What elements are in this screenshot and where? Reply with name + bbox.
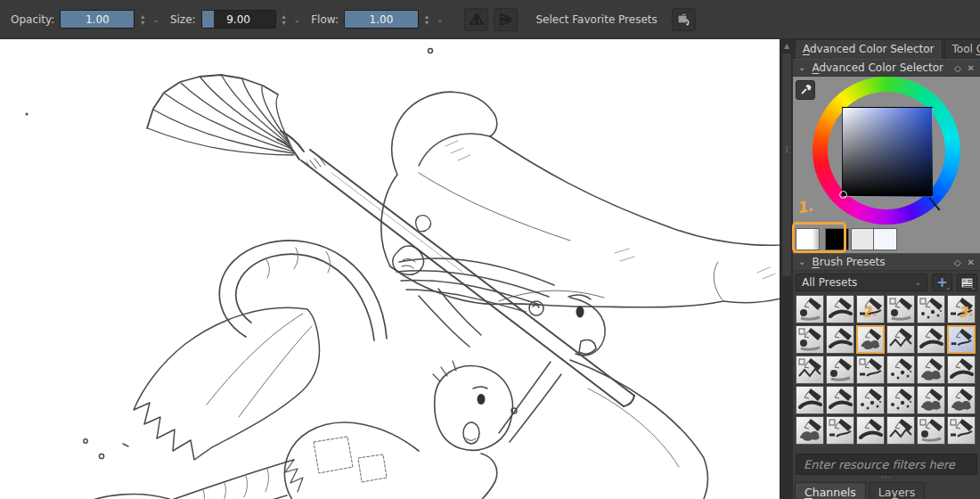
brush-preset-thumbnail[interactable] <box>826 356 854 384</box>
mirror-vertical-icon <box>498 12 514 27</box>
recent-color-swatch[interactable] <box>851 228 875 250</box>
brush-preset-thumbnail[interactable] <box>796 356 824 384</box>
brush-preset-thumbnail[interactable] <box>796 416 824 445</box>
size-label: Size: <box>170 13 196 26</box>
brush-preset-thumbnail[interactable] <box>886 356 915 384</box>
brush-preset-thumbnail[interactable] <box>856 416 885 445</box>
brush-preset-thumbnail[interactable] <box>856 386 885 414</box>
tab-channels[interactable]: Channels <box>795 482 866 499</box>
brush-preset-thumbnail[interactable] <box>917 325 945 354</box>
brush-grid-wrap: 2. 3. <box>793 293 980 446</box>
brush-preset-thumbnail[interactable] <box>826 386 854 414</box>
chevron-down-icon: ⌄ <box>945 284 951 291</box>
advanced-color-selector[interactable]: 1. <box>793 77 980 225</box>
float-docker-icon[interactable]: ◇ <box>954 258 961 267</box>
annotation-highlight-box-1 <box>792 222 846 253</box>
witch-sketch-drawing <box>0 39 780 499</box>
saturation-value-square[interactable] <box>842 107 933 197</box>
close-docker-icon[interactable]: ✕ <box>968 258 975 267</box>
opacity-label: Opacity: <box>11 13 54 26</box>
flow-label: Flow: <box>311 13 339 26</box>
size-slider[interactable]: 9.00 <box>201 10 276 29</box>
brush-preset-thumbnail[interactable] <box>947 386 976 414</box>
wrench-icon <box>799 84 812 96</box>
brush-preset-thumbnail[interactable] <box>886 325 915 354</box>
close-docker-icon[interactable]: ✕ <box>968 63 975 73</box>
mirror-vertical-button[interactable] <box>494 8 518 31</box>
color-docker-title: Advanced Color Selector <box>812 61 948 74</box>
brush-preset-thumbnail[interactable] <box>886 416 915 445</box>
right-dock-panel: Advanced Color Selector Tool Options ⌄ A… <box>793 39 980 499</box>
opacity-value: 1.00 <box>61 11 134 28</box>
add-tag-button[interactable]: + ⌄ <box>932 274 952 291</box>
collapse-icon[interactable]: ⌄ <box>798 258 805 266</box>
tab-layers[interactable]: Layers <box>869 482 925 499</box>
float-docker-icon[interactable]: ◇ <box>954 63 961 73</box>
annotation-2: 2. <box>862 303 878 321</box>
collapse-icon[interactable]: ⌄ <box>798 63 805 72</box>
flow-slider[interactable]: 1.00 <box>344 10 419 29</box>
brush-preset-thumbnail[interactable] <box>947 416 976 445</box>
size-spinner[interactable]: ▴▾ <box>282 13 287 26</box>
mirror-horizontal-button[interactable] <box>464 8 488 31</box>
sv-cursor[interactable] <box>839 191 847 199</box>
opacity-spinner[interactable]: ▴▾ <box>140 13 145 26</box>
brush-docker-title: Brush Presets <box>812 256 948 268</box>
brush-grid <box>796 295 976 445</box>
canvas[interactable] <box>0 39 780 499</box>
brush-preset-thumbnail[interactable] <box>796 325 824 354</box>
brush-preset-thumbnail[interactable] <box>886 386 915 414</box>
top-toolbar: Opacity: 1.00 ▴▾ ⌄ Size: 9.00 ▴▾ ⌄ Flow:… <box>0 0 980 39</box>
tag-combobox-value: All Presets <box>802 276 914 289</box>
brush-preset-thumbnail[interactable] <box>856 356 885 384</box>
brush-preset-thumbnail[interactable] <box>917 386 945 414</box>
flow-value: 1.00 <box>345 11 418 28</box>
brush-preset-thumbnail[interactable] <box>917 416 945 445</box>
brush-controls-row: All Presets ⌄ + ⌄ ⌄ <box>793 271 980 293</box>
preset-tag-combobox[interactable]: All Presets ⌄ <box>796 274 927 291</box>
annotation-3: 3. <box>958 303 974 321</box>
size-value: 9.00 <box>202 11 275 28</box>
scroll-up-icon[interactable]: ▲ <box>780 39 793 50</box>
chevron-down-icon: ⌄ <box>970 284 976 291</box>
size-dropdown-icon[interactable]: ⌄ <box>292 15 303 24</box>
brush-docker-titlebar: ⌄ Brush Presets ◇ ✕ <box>793 253 980 271</box>
brush-preset-thumbnail[interactable] <box>917 295 945 323</box>
color-swatch-row <box>793 225 980 253</box>
flow-dropdown-icon[interactable]: ⌄ <box>435 15 445 24</box>
bottom-docker-tabs: Channels Layers <box>793 481 980 499</box>
annotation-1: 1. <box>795 197 813 217</box>
recent-color-swatch[interactable] <box>873 228 897 250</box>
resource-filter-row <box>793 446 980 475</box>
brush-preset-thumbnail[interactable] <box>826 416 854 445</box>
tab-advanced-color-selector[interactable]: Advanced Color Selector <box>795 39 943 59</box>
flow-spinner[interactable]: ▴▾ <box>424 13 429 26</box>
color-docker-titlebar: ⌄ Advanced Color Selector ◇ ✕ <box>793 59 980 77</box>
display-mode-button[interactable]: ⌄ <box>957 274 977 291</box>
brush-preset-icon <box>675 12 691 28</box>
tab-tool-options[interactable]: Tool Options <box>944 39 980 59</box>
canvas-vertical-scrollbar[interactable]: ▲ ••• <box>780 39 793 499</box>
splitter-handle[interactable]: ··· <box>793 475 980 481</box>
brush-preset-thumbnail[interactable] <box>947 325 976 354</box>
mirror-horizontal-icon <box>469 12 485 27</box>
favorite-presets-button[interactable] <box>672 8 696 31</box>
opacity-dropdown-icon[interactable]: ⌄ <box>151 15 161 24</box>
scrollbar-thumb[interactable] <box>782 53 791 276</box>
brush-preset-thumbnail[interactable] <box>856 325 885 354</box>
opacity-slider[interactable]: 1.00 <box>60 10 135 29</box>
scrollbar-grip-dots: ••• <box>785 146 788 154</box>
docker-tabbar: Advanced Color Selector Tool Options <box>793 39 980 59</box>
selector-settings-button[interactable] <box>796 80 815 100</box>
chevron-down-icon: ⌄ <box>914 278 921 287</box>
brush-preset-thumbnail[interactable] <box>826 325 854 354</box>
brush-preset-thumbnail[interactable] <box>796 386 824 414</box>
brush-preset-thumbnail[interactable] <box>886 295 915 323</box>
brush-preset-thumbnail[interactable] <box>947 356 976 384</box>
brush-preset-thumbnail[interactable] <box>917 356 945 384</box>
brush-preset-thumbnail[interactable] <box>826 295 854 323</box>
brush-preset-thumbnail[interactable] <box>796 295 824 323</box>
favorite-presets-label: Select Favorite Presets <box>535 13 657 26</box>
resource-filter-input[interactable] <box>796 454 977 475</box>
